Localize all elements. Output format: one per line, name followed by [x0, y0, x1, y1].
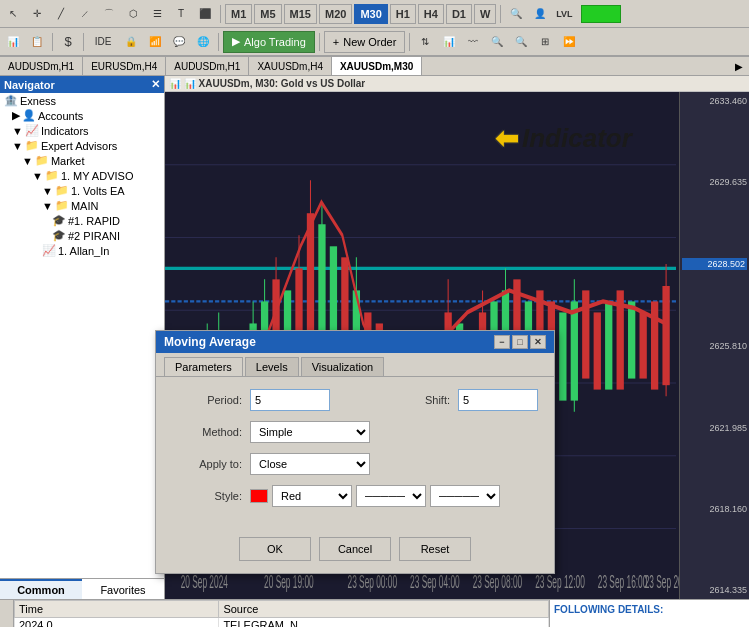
timeframe-m1[interactable]: M1 — [225, 4, 252, 24]
signal-icon[interactable]: LVL — [553, 3, 575, 25]
wifi-icon[interactable]: 📶 — [144, 31, 166, 53]
line-style-select[interactable]: ────── - - - - — [356, 485, 426, 507]
new-order-button[interactable]: + New Order — [324, 31, 406, 53]
text-icon[interactable]: T — [170, 3, 192, 25]
toolbox-sidebar[interactable]: Toolbox — [0, 600, 14, 627]
svg-text:23 Sep 04:00: 23 Sep 04:00 — [410, 573, 460, 592]
toolbar-second: 📊 📋 $ IDE 🔒 📶 💬 🌐 ▶ Algo Trading + New O… — [0, 28, 749, 56]
broker-icon: 🏦 — [4, 94, 18, 107]
shift-label: Shift: — [380, 394, 450, 406]
account-icon[interactable]: 👤 — [529, 3, 551, 25]
nav-my-adviso[interactable]: ▼ 📁 1. MY ADVISO — [0, 168, 164, 183]
nav-broker[interactable]: 🏦 Exness — [0, 93, 164, 108]
indicators-label: Indicators — [41, 125, 89, 137]
nav-volts-ea[interactable]: ▼ 📁 1. Volts EA — [0, 183, 164, 198]
chart-tab-scroll-right[interactable]: ▶ — [729, 57, 749, 75]
svg-text:23 Sep 08:00: 23 Sep 08:00 — [473, 573, 523, 592]
log-row-0[interactable]: 2024.0... TELEGRAM_N — [15, 618, 549, 628]
navigator-close-icon[interactable]: ✕ — [151, 78, 160, 91]
trendline-icon[interactable]: ⟋ — [74, 3, 96, 25]
timeframe-m15[interactable]: M15 — [284, 4, 317, 24]
crosshair-icon[interactable]: ✛ — [26, 3, 48, 25]
modal-tab-levels[interactable]: Levels — [245, 357, 299, 376]
new-chart-icon[interactable]: 📊 — [2, 31, 24, 53]
modal-reset-button[interactable]: Reset — [399, 537, 471, 561]
apply-select[interactable]: Close Open High Low — [250, 453, 370, 475]
timeframe-h1[interactable]: H1 — [390, 4, 416, 24]
sep6 — [319, 33, 320, 51]
toolbar-top: ↖ ✛ ╱ ⟋ ⌒ ⬡ ☰ T ⬛ M1 M5 M15 M20 M30 H1 H… — [0, 0, 749, 28]
timeframe-h4[interactable]: H4 — [418, 4, 444, 24]
color-select[interactable]: Red Blue Green — [272, 485, 352, 507]
list-icon[interactable]: ☰ — [146, 3, 168, 25]
timeframe-m5[interactable]: M5 — [254, 4, 281, 24]
indicators-icon: 📈 — [25, 124, 39, 137]
chat-icon[interactable]: 💬 — [168, 31, 190, 53]
nav-tab-favorites[interactable]: Favorites — [82, 579, 164, 599]
method-select[interactable]: Simple Exponential Smoothed Linear Weigh… — [250, 421, 370, 443]
grid-icon[interactable]: ⊞ — [534, 31, 556, 53]
modal-cancel-button[interactable]: Cancel — [319, 537, 391, 561]
zoom-in-icon[interactable]: 🔍 — [486, 31, 508, 53]
chart-tab-0[interactable]: AUDUSDm,H1 — [0, 57, 83, 75]
shape-icon[interactable]: ⬛ — [194, 3, 216, 25]
nav-pirani[interactable]: 🎓 #2 PIRANI — [0, 228, 164, 243]
shift-input[interactable] — [458, 389, 538, 411]
price-label-0: 2633.460 — [682, 96, 747, 106]
line-icon[interactable]: ╱ — [50, 3, 72, 25]
modal-maximize-button[interactable]: □ — [512, 335, 528, 349]
modal-tabs: Parameters Levels Visualization — [156, 353, 554, 377]
zoom-out-icon[interactable]: 🔍 — [510, 31, 532, 53]
nav-indicators[interactable]: ▼ 📈 Indicators — [0, 123, 164, 138]
period-input[interactable] — [250, 389, 330, 411]
modal-tab-parameters[interactable]: Parameters — [164, 357, 243, 376]
timeframe-m30[interactable]: M30 — [354, 4, 387, 24]
modal-titlebar: Moving Average − □ ✕ — [156, 331, 554, 353]
line-width-select[interactable]: ────── ━━━━━━ — [430, 485, 500, 507]
nav-tab-common[interactable]: Common — [0, 579, 82, 599]
nav-allan[interactable]: 📈 1. Allan_In — [0, 243, 164, 258]
curve-icon[interactable]: ⌒ — [98, 3, 120, 25]
timeframe-w[interactable]: W — [474, 4, 496, 24]
broker-label: Exness — [20, 95, 56, 107]
nav-expert-advisors[interactable]: ▼ 📁 Expert Advisors — [0, 138, 164, 153]
chart-tab-1[interactable]: EURUSDm,H4 — [83, 57, 166, 75]
nav-main[interactable]: ▼ 📁 MAIN — [0, 198, 164, 213]
timeframe-m20[interactable]: M20 — [319, 4, 352, 24]
cursor-icon[interactable]: ↖ — [2, 3, 24, 25]
style-row: Style: Red Blue Green ────── - - - - ───… — [172, 485, 538, 507]
chart-tab-2[interactable]: AUDUSDm,H1 — [166, 57, 249, 75]
accounts-icon: 👤 — [22, 109, 36, 122]
algo-trading-button[interactable]: ▶ Algo Trading — [223, 31, 315, 53]
svg-rect-61 — [594, 312, 601, 389]
arrows-icon[interactable]: ⇅ — [414, 31, 436, 53]
connect-icon[interactable]: ⬡ — [122, 3, 144, 25]
navigator-tabs: Common Favorites — [0, 578, 164, 599]
modal-close-button[interactable]: ✕ — [530, 335, 546, 349]
svg-text:20 Sep 2024: 20 Sep 2024 — [181, 573, 228, 592]
sep7 — [409, 33, 410, 51]
modal-minimize-button[interactable]: − — [494, 335, 510, 349]
search-icon[interactable]: 🔍 — [505, 3, 527, 25]
dollar-icon[interactable]: $ — [57, 31, 79, 53]
right-panel: FOLLOWING DETAILS: ⬅ Details — [549, 600, 749, 627]
moving-average-modal: Moving Average − □ ✕ Parameters Levels V… — [155, 330, 555, 574]
globe-icon[interactable]: 🌐 — [192, 31, 214, 53]
timeframe-d1[interactable]: D1 — [446, 4, 472, 24]
indicator-list-icon[interactable]: 📋 — [26, 31, 48, 53]
lock-icon[interactable]: 🔒 — [120, 31, 142, 53]
modal-tab-visualization[interactable]: Visualization — [301, 357, 385, 376]
nav-market[interactable]: ▼ 📁 Market — [0, 153, 164, 168]
log-table: Time Source 2024.0... TELEGRAM_N 2024.0.… — [14, 600, 549, 627]
nav-accounts[interactable]: ▶ 👤 Accounts — [0, 108, 164, 123]
chart-tab-3[interactable]: XAUUSDm,H4 — [249, 57, 332, 75]
arrow-expand-icon: ▼ — [12, 125, 23, 137]
scroll-right-icon[interactable]: ⏩ — [558, 31, 580, 53]
chart-tab-4[interactable]: XAUUSDm,M30 — [332, 57, 422, 75]
candlebar-icon[interactable]: 📊 — [438, 31, 460, 53]
wave-icon[interactable]: 〰 — [462, 31, 484, 53]
nav-rapid[interactable]: 🎓 #1. RAPID — [0, 213, 164, 228]
price-label-4: 2621.985 — [682, 423, 747, 433]
ide-btn[interactable]: IDE — [88, 31, 118, 53]
modal-ok-button[interactable]: OK — [239, 537, 311, 561]
